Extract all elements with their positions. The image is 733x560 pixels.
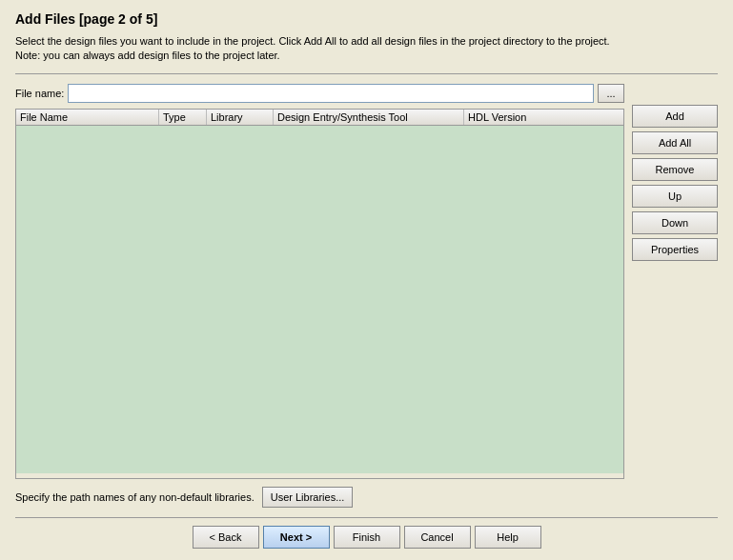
up-button[interactable]: Up [632, 185, 718, 208]
dialog: Add Files [page 2 of 5] Select the desig… [0, 0, 733, 560]
table-body [16, 126, 623, 473]
user-libraries-button[interactable]: User Libraries... [262, 487, 354, 508]
properties-button[interactable]: Properties [632, 238, 718, 261]
right-panel: Add Add All Remove Up Down Properties [632, 84, 718, 479]
description-line1: Select the design files you want to incl… [15, 35, 610, 47]
table-header: File Name Type Library Design Entry/Synt… [16, 110, 623, 126]
bottom-section: Specify the path names of any non-defaul… [15, 487, 718, 549]
footer-buttons: < Back Next > Finish Cancel Help [15, 526, 718, 549]
description-line2: Note: you can always add design files to… [15, 50, 280, 61]
remove-button[interactable]: Remove [632, 158, 718, 181]
page-title: Add Files [page 2 of 5] [15, 11, 718, 27]
browse-button[interactable]: ... [598, 84, 624, 103]
add-all-button[interactable]: Add All [632, 131, 718, 154]
non-default-row: Specify the path names of any non-defaul… [15, 487, 718, 508]
col-file-name: File Name [16, 110, 159, 125]
cancel-button[interactable]: Cancel [404, 526, 471, 549]
col-type: Type [159, 110, 207, 125]
col-library: Library [207, 110, 274, 125]
add-button[interactable]: Add [632, 105, 718, 128]
content-area: File name: ... File Name Type Library De… [15, 84, 718, 479]
col-hdl-version: HDL Version [464, 110, 623, 125]
help-button[interactable]: Help [475, 526, 541, 549]
file-name-row: File name: ... [15, 84, 624, 103]
non-default-label: Specify the path names of any non-defaul… [15, 491, 255, 503]
file-table: File Name Type Library Design Entry/Synt… [15, 109, 624, 479]
next-button[interactable]: Next > [263, 526, 330, 549]
col-design-entry: Design Entry/Synthesis Tool [274, 110, 464, 125]
file-name-input[interactable] [68, 84, 594, 103]
separator-top [15, 73, 718, 74]
down-button[interactable]: Down [632, 211, 718, 234]
footer-separator [15, 517, 718, 518]
back-button[interactable]: < Back [193, 526, 259, 549]
left-panel: File name: ... File Name Type Library De… [15, 84, 624, 479]
description: Select the design files you want to incl… [15, 34, 718, 64]
finish-button[interactable]: Finish [334, 526, 400, 549]
file-name-label: File name: [15, 88, 64, 99]
